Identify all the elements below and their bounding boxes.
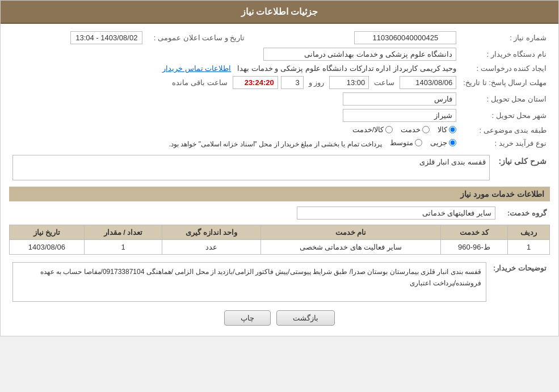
buyer-org-label: نام دستگاه خریدار : — [460, 46, 550, 62]
category-radio-group: کالا خدمت کالا/خدمت — [352, 125, 457, 134]
purchase-radio-medium[interactable] — [415, 139, 422, 146]
reply-time-label: ساعت — [374, 78, 394, 87]
page-title: جزئیات اطلاعات نیاز — [241, 7, 318, 16]
purchase-type-radio-group: جزیی متوسط — [390, 138, 456, 147]
category-kala-label: کالا — [438, 125, 447, 134]
need-desc-table: شرح کلی نیاز: قفسه بندی انبار قلزی — [9, 153, 550, 182]
buyer-notes-row: توضیحات خریدار: قفسه بندی انبار قلزی بیم… — [9, 260, 550, 304]
category-radio-both[interactable] — [385, 126, 393, 133]
city-label: شهر محل تحویل : — [460, 107, 550, 124]
reply-date-box: 1403/08/06 — [400, 76, 456, 89]
need-desc-value-cell: قفسه بندی انبار قلزی — [9, 153, 493, 182]
buyer-notes-value-cell: قفسه بندی انبار قلزی بیمارستان بوستان صد… — [9, 260, 490, 304]
category-options: کالا خدمت کالا/خدمت — [9, 124, 460, 137]
service-group-value-cell: سایر فعالیتهای خدماتی — [9, 205, 499, 221]
purchase-radio-partial[interactable] — [449, 139, 456, 146]
purchase-type-row: نوع فرآیند خرید : جزیی متوسط پرداخت — [9, 137, 550, 150]
province-value: فارس — [9, 91, 460, 107]
reply-time-inline: 1403/08/06 ساعت 13:00 روز و 3 23:24:20 س… — [170, 76, 456, 89]
reply-deadline-row: مهلت ارسال پاسخ: تا تاریخ: 1403/08/06 سا… — [9, 74, 550, 91]
province-row: استان محل تحویل : فارس — [9, 91, 550, 107]
buyer-org-box: دانشگاه علوم پزشکی و خدمات بهداشتی درمان… — [263, 48, 456, 61]
service-table: ردیف کد خدمت نام خدمت واحد اندازه گیری ت… — [9, 225, 550, 255]
page-wrapper: جزئیات اطلاعات نیاز شماره نیاز : 1103060… — [0, 0, 559, 336]
requester-text: وحید کریمی کاربرداز اداره تدارکات دانشگا… — [237, 64, 456, 73]
cell-unit: عدد — [162, 240, 261, 255]
category-option-both: کالا/خدمت — [352, 125, 393, 134]
category-radio-kala[interactable] — [449, 126, 456, 133]
need-number-row: شماره نیاز : 1103060040000425 تاریخ و سا… — [9, 29, 550, 46]
info-table: شماره نیاز : 1103060040000425 تاریخ و سا… — [9, 29, 550, 150]
button-row: بازگشت چاپ — [9, 310, 550, 326]
reply-day-label: روز و — [309, 78, 325, 87]
announce-date-box: 1403/08/02 - 13:04 — [70, 31, 142, 44]
back-button[interactable]: بازگشت — [276, 310, 335, 326]
cell-name: سایر فعالیت های خدماتی شخصی — [261, 240, 441, 255]
col-date: تاریخ نیاز — [10, 225, 85, 240]
reply-deadline-value: 1403/08/06 ساعت 13:00 روز و 3 23:24:20 س… — [9, 74, 460, 91]
category-both-label: کالا/خدمت — [352, 125, 384, 134]
reply-days-box: 3 — [281, 76, 304, 89]
buyer-notes-label: توضیحات خریدار: — [490, 260, 550, 304]
purchase-partial-label: جزیی — [430, 138, 447, 147]
cell-code: ط-96-960 — [440, 240, 507, 255]
remaining-label: ساعت باقی مانده — [172, 78, 227, 87]
category-option-kala: کالا — [438, 125, 456, 134]
service-group-row: گروه خدمت: سایر فعالیتهای خدماتی — [9, 205, 550, 221]
buyer-notes-box: قفسه بندی انبار قلزی بیمارستان بوستان صد… — [12, 262, 486, 302]
buyer-org-row: نام دستگاه خریدار : دانشگاه علوم پزشکی و… — [9, 46, 550, 62]
col-quantity: تعداد / مقدار — [84, 225, 162, 240]
service-group-table: گروه خدمت: سایر فعالیتهای خدماتی — [9, 205, 550, 221]
buyer-org-value: دانشگاه علوم پزشکی و خدمات بهداشتی درمان… — [9, 46, 460, 62]
cell-row: 1 — [508, 240, 550, 255]
need-desc-row: شرح کلی نیاز: قفسه بندی انبار قلزی — [9, 153, 550, 182]
buyer-notes-table: توضیحات خریدار: قفسه بندی انبار قلزی بیم… — [9, 260, 550, 304]
need-desc-label: شرح کلی نیاز: — [493, 153, 550, 182]
col-row: ردیف — [508, 225, 550, 240]
province-box: فارس — [343, 92, 456, 106]
purchase-type-medium: متوسط — [390, 138, 422, 147]
category-radio-service[interactable] — [422, 126, 430, 133]
requester-value: وحید کریمی کاربرداز اداره تدارکات دانشگا… — [9, 62, 460, 74]
remaining-time-box: 23:24:20 — [233, 76, 278, 89]
service-table-header-row: ردیف کد خدمت نام خدمت واحد اندازه گیری ت… — [10, 225, 550, 240]
city-box: شیراز — [343, 109, 456, 122]
announce-label: تاریخ و ساعت اعلان عمومی : — [146, 29, 248, 46]
city-row: شهر محل تحویل : شیراز — [9, 107, 550, 124]
content-area: شماره نیاز : 1103060040000425 تاریخ و سا… — [1, 24, 558, 336]
purchase-type-label: نوع فرآیند خرید : — [460, 137, 550, 150]
table-row: 1ط-96-960سایر فعالیت های خدماتی شخصیعدد1… — [10, 240, 550, 255]
reply-deadline-label: مهلت ارسال پاسخ: تا تاریخ: — [460, 74, 550, 91]
need-number-label: شماره نیاز : — [460, 29, 550, 46]
category-row: طبقه بندی موضوعی : کالا خدمت — [9, 124, 550, 137]
announce-value: 1403/08/02 - 13:04 — [9, 29, 146, 46]
col-unit: واحد اندازه گیری — [162, 225, 261, 240]
purchase-type-partial: جزیی — [430, 138, 456, 147]
city-value: شیراز — [9, 107, 460, 124]
service-group-box: سایر فعالیتهای خدماتی — [297, 206, 495, 220]
need-desc-box: قفسه بندی انبار قلزی — [12, 155, 490, 180]
purchase-medium-label: متوسط — [390, 138, 413, 147]
cell-date: 1403/08/06 — [10, 240, 85, 255]
requester-row: ایجاد کننده درخواست : وحید کریمی کاربردا… — [9, 62, 550, 74]
page-header: جزئیات اطلاعات نیاز — [1, 1, 558, 24]
col-name: نام خدمت — [261, 225, 441, 240]
cell-quantity: 1 — [84, 240, 162, 255]
purchase-type-value: جزیی متوسط پرداخت تمام یا بخشی از مبلغ خ… — [9, 137, 460, 150]
print-button[interactable]: چاپ — [224, 310, 271, 326]
service-group-label: گروه خدمت: — [499, 205, 550, 221]
category-option-service: خدمت — [401, 125, 430, 134]
category-label: طبقه بندی موضوعی : — [460, 124, 550, 137]
need-number-value: 1103060040000425 — [271, 29, 460, 46]
requester-label: ایجاد کننده درخواست : — [460, 62, 550, 74]
col-code: کد خدمت — [440, 225, 507, 240]
need-number-box: 1103060040000425 — [354, 31, 456, 44]
reply-time-box: 13:00 — [329, 76, 369, 89]
service-info-header: اطلاعات خدمات مورد نیاز — [9, 187, 550, 201]
province-label: استان محل تحویل : — [460, 91, 550, 107]
requester-contact-link[interactable]: اطلاعات تماس خریدار — [162, 64, 231, 73]
category-service-label: خدمت — [401, 125, 421, 134]
purchase-note: پرداخت تمام یا بخشی از مبلغ خریدار از مح… — [169, 140, 382, 148]
